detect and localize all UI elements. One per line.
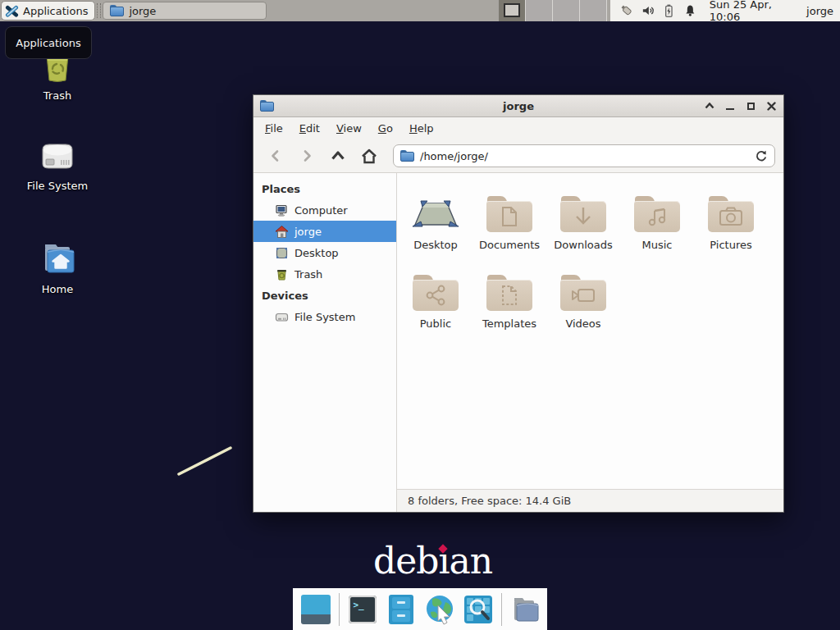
globe-icon [424,594,455,625]
sidebar-item-label: File System [294,311,355,323]
sidebar-item-desktop[interactable]: Desktop [253,242,396,263]
shade-icon [705,103,714,109]
file-documents[interactable]: Documents [472,185,546,263]
window-titlebar[interactable]: jorge [253,95,783,117]
file-name: Public [420,317,451,330]
desktop-icon-file-system[interactable]: File System [18,138,97,192]
sidebar-item-label: Trash [294,268,322,281]
forward-button[interactable] [293,144,321,168]
statusbar: 8 folders, Free space: 14.4 GiB [397,489,783,512]
terminal-icon: >_ [349,596,377,623]
terminal-launcher[interactable]: >_ [347,594,378,625]
sidebar-item-jorge[interactable]: jorge [253,221,396,242]
sidebar-item-label: Desktop [294,247,339,259]
maximize-icon [747,103,755,110]
dock-separator [339,593,340,626]
path-folder-icon [400,150,414,162]
workspace-pager[interactable] [499,0,607,21]
home-icon [275,225,289,239]
volume-icon[interactable] [641,3,655,18]
trash-icon [275,267,289,281]
sidebar-item-label: jorge [294,226,322,238]
file-templates[interactable]: Templates [472,263,546,342]
panel-clock[interactable]: Sun 25 Apr, 10:06 [710,0,799,23]
menu-edit[interactable]: Edit [291,119,328,138]
desktop-icon-home[interactable]: Home [18,240,97,295]
applications-menu-button[interactable]: Applications [1,1,95,21]
path-text[interactable]: /home/jorge/ [420,150,749,162]
applications-menu-label: Applications [23,5,88,17]
workspace-2[interactable] [526,0,553,21]
up-button[interactable] [324,144,352,168]
file-name: Pictures [710,239,751,251]
directory-menu-button[interactable] [509,594,541,625]
sidebar-item-file-system[interactable]: File System [253,306,396,327]
window-controls [704,100,777,112]
file-name: Music [642,239,673,251]
menu-view[interactable]: View [328,119,370,138]
file-desktop[interactable]: Desktop [399,185,472,263]
menu-file[interactable]: File [257,119,291,138]
sidebar: Places Computer jorge [253,173,397,512]
file-music[interactable]: Music [620,185,694,263]
workspace-3[interactable] [553,0,580,21]
download-glyph-icon [573,206,594,227]
camera-glyph-icon [719,206,743,227]
sidebar-header-devices: Devices [253,285,396,306]
debian-text: an [449,540,492,582]
close-button[interactable] [765,100,777,112]
computer-icon [275,203,289,217]
file-videos[interactable]: Videos [546,263,620,342]
battery-charging-icon[interactable] [662,3,676,18]
panel-username[interactable]: jorge [806,5,835,17]
app-finder-launcher[interactable] [463,594,494,625]
workspace-4[interactable] [580,0,607,21]
usb-device-icon[interactable] [620,3,634,18]
file-manager-launcher[interactable] [386,594,417,625]
shade-button[interactable] [704,100,715,112]
show-desktop-button[interactable] [300,594,331,625]
minimize-button[interactable] [724,100,736,112]
back-icon [268,148,283,163]
file-name: Videos [565,317,600,330]
music-glyph-icon [646,206,668,227]
reload-icon[interactable] [755,149,768,162]
file-public[interactable]: Public [399,263,472,342]
sidebar-item-trash[interactable]: Trash [253,263,396,285]
close-icon [767,102,776,111]
up-icon [330,149,346,162]
notifications-bell-icon[interactable] [683,3,697,18]
home-folder-icon [38,240,77,277]
minimize-icon [726,108,734,110]
show-desktop-icon [301,595,331,624]
desktop-icon [275,246,289,260]
sidebar-item-label: Computer [294,204,348,217]
file-pictures[interactable]: Pictures [694,185,768,263]
file-name: Downloads [554,239,612,251]
web-browser-launcher[interactable] [424,594,455,625]
forward-icon [299,148,314,163]
drive-icon [275,310,289,324]
file-cabinet-icon [389,595,413,624]
dock-separator [501,593,502,626]
workspace-1[interactable] [499,0,526,21]
taskbar-window-button[interactable]: jorge [103,2,267,20]
share-glyph-icon [425,285,446,306]
home-button[interactable] [355,144,383,168]
file-downloads[interactable]: Downloads [546,185,620,263]
desktop-icon-label: File System [27,180,88,192]
system-tray: Sun 25 Apr, 10:06 jorge [610,0,840,21]
sidebar-header-places: Places [253,178,396,199]
menu-go[interactable]: Go [370,119,401,138]
menu-help[interactable]: Help [401,119,442,138]
desktop-icon-label: Trash [43,89,71,102]
location-bar[interactable]: /home/jorge/ [393,144,775,167]
dock-panel: >_ [293,588,547,630]
template-glyph-icon [500,285,519,306]
maximize-button[interactable] [745,100,756,112]
file-name: Desktop [413,239,458,251]
back-button[interactable] [262,144,290,168]
video-glyph-icon [571,285,596,305]
directory-folder-icon [509,596,541,623]
sidebar-item-computer[interactable]: Computer [253,199,396,221]
